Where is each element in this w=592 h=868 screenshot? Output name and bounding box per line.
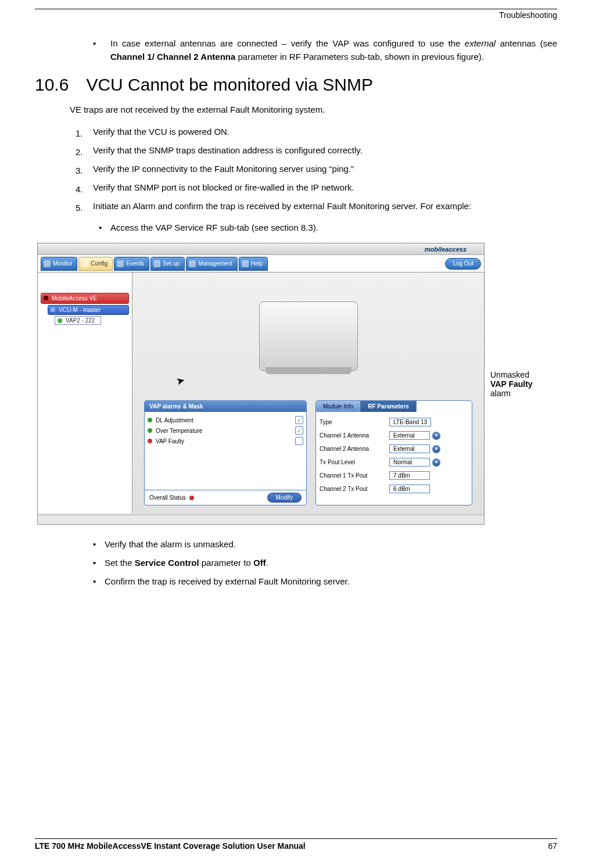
section-number: 10.6	[35, 75, 69, 94]
checkbox-dl[interactable]: ✓	[295, 416, 303, 424]
app-screenshot: mobileaccess Monitor Config Events Set-u…	[37, 243, 485, 525]
intro-bullet: • In case external antennas are connecte…	[93, 37, 557, 63]
subtab-rf-parameters[interactable]: RF Parameters	[361, 401, 417, 412]
status-dot-icon	[189, 496, 194, 500]
param-ch2-tx: Channel 2 Tx Pout 6 dBm	[320, 482, 468, 496]
tab-help[interactable]: Help	[239, 257, 268, 271]
cursor-icon: ➤	[174, 373, 186, 388]
logo: mobileaccess	[425, 246, 467, 253]
device-image	[259, 302, 358, 371]
sidebar: MobileAccess VE VCU-M - master VAP2 - 22…	[38, 272, 132, 514]
page-number: 67	[548, 841, 557, 851]
monitor-icon	[44, 260, 51, 267]
step-3: 3.Verify the IP connectivity to the Faul…	[76, 163, 557, 178]
section-title: VCU Cannot be monitored via SNMP	[86, 75, 373, 94]
intro-bold: Channel 1/ Channel 2 Antenna	[110, 52, 235, 62]
param-ch1-tx: Channel 1 Tx Pout 7 dBm	[320, 469, 468, 482]
setup-icon	[153, 260, 160, 267]
status-dot-icon	[148, 439, 152, 443]
type-field: LTE-Band 13	[389, 418, 431, 426]
config-icon	[81, 260, 88, 267]
alarm-row-temp: Over Temperature ✓	[148, 425, 303, 436]
ch1-tx-field[interactable]: 7 dBm	[389, 471, 430, 480]
footer-title: LTE 700 MHz MobileAccessVE Instant Cover…	[35, 841, 306, 851]
step-4: 4.Verify that SNMP port is not blocked o…	[76, 181, 557, 197]
intro-italic: external	[465, 38, 496, 48]
checkbox-faulty[interactable]	[295, 437, 303, 445]
alarm-row-faulty: VAP Faulty	[148, 436, 303, 446]
tx-pout-select[interactable]: Normal	[389, 458, 430, 467]
intro-post: parameter in RF Parameters sub-tab, show…	[235, 52, 484, 62]
after-bullet-1: • Verify that the alarm is unmasked.	[93, 536, 557, 552]
modify-button[interactable]: Modify	[267, 493, 302, 503]
ch2-tx-field[interactable]: 6 dBm	[389, 485, 430, 493]
overall-status-label: Overall Status	[149, 494, 186, 501]
tab-config[interactable]: Config	[78, 257, 113, 271]
alarms-panel: VAP alarms & Mask DL Adjustment ✓ Over T…	[144, 400, 307, 505]
sidebar-scrollbar[interactable]	[38, 515, 484, 524]
tab-setup[interactable]: Set-up	[150, 257, 185, 271]
section-heading: 10.6VCU Cannot be monitored via SNMP	[35, 75, 557, 95]
after-bullet-3: • Confirm the trap is received by extern…	[93, 573, 557, 589]
events-icon	[117, 260, 124, 267]
alarm-row-dl: DL Adjustment ✓	[148, 415, 303, 425]
tab-management[interactable]: Management	[186, 257, 237, 271]
dropdown-icon[interactable]: ▼	[432, 445, 440, 453]
sub-step: • Access the VAP Service RF sub-tab (see…	[99, 221, 557, 235]
param-tx-pout: Tx Pout Level Normal ▼	[320, 455, 468, 469]
intro-pre: In case external antennas are connected …	[110, 38, 465, 48]
callout-annotation: Unmasked VAP Faulty alarm	[490, 370, 533, 398]
header-section: Troubleshooting	[35, 10, 557, 20]
help-icon	[242, 260, 249, 267]
ch1-antenna-select[interactable]: External	[389, 431, 430, 440]
step-2: 2.Verify that the SNMP traps destination…	[76, 144, 557, 160]
checkbox-temp[interactable]: ✓	[295, 426, 303, 435]
main-panel: ➤ VAP alarms & Mask DL Adjustment ✓	[132, 272, 484, 514]
dropdown-icon[interactable]: ▼	[432, 432, 440, 440]
param-ch2-antenna: Channel 2 Antenna External ▼	[320, 442, 468, 455]
logout-button[interactable]: Log Out	[445, 258, 481, 270]
management-icon	[189, 260, 196, 267]
after-bullet-2: • Set the Service Control parameter to O…	[93, 555, 557, 571]
rf-panel: Module Info RF Parameters Type LTE-Band …	[315, 400, 472, 505]
alarms-title: VAP alarms & Mask	[145, 401, 306, 412]
status-dot-icon	[148, 418, 152, 422]
step-5: 5.Initiate an Alarm and confirm the trap…	[76, 200, 557, 216]
tree-vcu[interactable]: VCU-M - master	[48, 305, 129, 315]
ch2-antenna-select[interactable]: External	[389, 444, 430, 453]
tab-events[interactable]: Events	[114, 257, 149, 271]
nav-bar: Monitor Config Events Set-up Management …	[38, 255, 484, 272]
status-dot-icon	[148, 428, 152, 433]
tab-monitor[interactable]: Monitor	[41, 257, 77, 271]
param-type: Type LTE-Band 13	[320, 415, 468, 429]
subtab-module-info[interactable]: Module Info	[316, 401, 361, 412]
dropdown-icon[interactable]: ▼	[432, 458, 440, 467]
step-1: 1.Verify that the VCU is powered ON.	[76, 125, 557, 141]
tree-root[interactable]: MobileAccess VE	[41, 293, 129, 304]
intro-mid: antennas (see	[496, 38, 557, 48]
param-ch1-antenna: Channel 1 Antenna External ▼	[320, 429, 468, 442]
tree-vap[interactable]: VAP2 - 222	[55, 316, 101, 325]
lead-text: VE traps are not received by the externa…	[70, 103, 557, 117]
